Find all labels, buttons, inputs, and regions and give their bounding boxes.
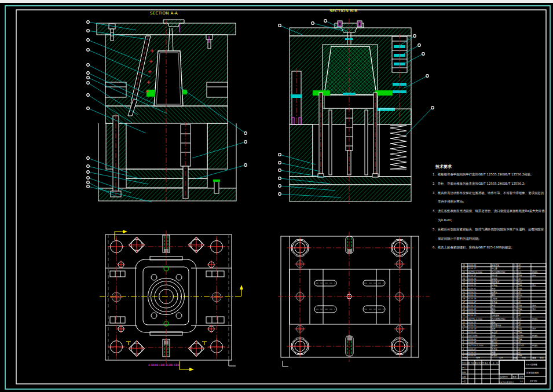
bom-cell: 复位杆	[492, 331, 498, 334]
leader-dot	[418, 44, 421, 47]
bom-cell: XXXX-27	[468, 268, 476, 270]
bom-cell: 型芯	[492, 294, 496, 296]
bom-header-cell: 名称	[499, 357, 504, 359]
bom-cell: 45	[518, 341, 521, 343]
bom-header-cell: 代号	[476, 357, 481, 359]
bom-cell: 15	[463, 308, 465, 310]
note-line: 为0.8um;	[438, 218, 452, 222]
leader-dot	[87, 177, 90, 179]
leader-dot	[279, 193, 281, 196]
bom-cell: 4	[514, 335, 515, 337]
bom-cell: 淬火	[532, 308, 536, 310]
bom-cell: 4	[514, 341, 515, 343]
bom-cell: 19	[463, 294, 465, 296]
drawing-number: ZS-00	[530, 379, 537, 382]
bom-cell: 1	[514, 264, 515, 266]
bom-cell: 标准件	[532, 335, 539, 337]
leader-dot	[312, 22, 314, 25]
bom-cell: XXXX-20	[468, 291, 476, 294]
note-line: 零件不得相对窜动;	[438, 200, 464, 204]
sign-header: 标记 处数 分区 更改文件号 签名 年、月、日	[462, 362, 498, 364]
scale-value: 1:1	[520, 380, 523, 383]
bom-cell: T8A	[518, 288, 522, 290]
bom-cell: 2	[514, 284, 515, 287]
bom-cell: 45	[518, 301, 521, 303]
leader-dot	[413, 35, 416, 38]
leader-dot	[324, 20, 327, 23]
bom-cell: 17	[463, 301, 465, 303]
bom-cell: 支承柱	[492, 348, 498, 350]
bom-cell: 1	[514, 314, 515, 317]
leader-dot	[87, 107, 90, 110]
bom-cell: 8.8	[518, 318, 521, 320]
bom-cell: 45	[518, 348, 521, 350]
top-white-band	[0, 0, 553, 3]
bom-cell: XXXX-11	[468, 321, 476, 324]
bom-cell: 导柱	[492, 308, 496, 310]
bom-cell: XXXX-10	[468, 324, 476, 327]
bom-cell: GB/T119.2-2000	[468, 345, 484, 347]
bom-cell: 内六角螺钉M10	[492, 317, 506, 320]
bom-cell: 标准件	[532, 345, 539, 347]
leader-dot	[87, 39, 90, 42]
bom-cell: 1	[514, 301, 515, 303]
bom-cell: XXXX-01	[468, 354, 476, 357]
note-line: 6、模具上的各紧固螺钉、应符合GB/T 825-1988的规定;	[433, 246, 512, 250]
dimension-text: 4-8040-L08-8L80-C80	[148, 364, 180, 367]
bom-cell: T8A	[518, 284, 522, 287]
leader-dot	[87, 64, 90, 67]
section-a-label: SECTION A-A	[150, 11, 178, 16]
note-line: 3、模具所有活动部件应保证位置准确、动作可靠、不得有卡滞现象、要求固定的	[433, 191, 544, 195]
bom-cell: 3	[463, 348, 464, 350]
bom-cell: 推杆	[492, 327, 496, 330]
bom-cell: 1	[514, 324, 515, 327]
bom-cell: XXXX-28	[468, 264, 476, 266]
bom-cell: 标准件	[532, 271, 539, 273]
school-label: ××大学 毕业设计	[499, 381, 514, 383]
bom-cell: XXXX-05	[468, 341, 476, 343]
bom-cell: XXXX-16	[468, 305, 476, 307]
bom-cell: 10	[463, 324, 465, 327]
leader-dot	[279, 162, 281, 164]
note-line: 5、合模后分型面应紧密贴合、除排气槽外局部间隙应不致产生溢料、如有间隙应	[433, 228, 544, 232]
leader-dot	[87, 185, 90, 188]
leader-dot	[279, 153, 281, 156]
drawing-name-mid: 注塑成型模具	[526, 371, 539, 374]
bom-cell: T8A	[518, 305, 522, 307]
weight-label: 重量	[513, 376, 517, 378]
bom-cell: 定模座板	[492, 264, 500, 266]
bom-cell: 斜导柱	[491, 284, 498, 287]
bom-cell: 28	[463, 264, 465, 266]
bom-cell: 推杆固定板	[492, 324, 501, 327]
bom-cell: 淬火	[532, 284, 536, 287]
bom-cell: XXXX-24	[468, 278, 476, 280]
bom-cell: 9	[463, 328, 464, 330]
bom-cell: 45	[518, 298, 521, 300]
sign-row: 工艺	[462, 380, 466, 383]
bom-cell: 导套	[492, 305, 496, 307]
stage-label: 阶段标记	[500, 376, 508, 378]
bom-cell: 滑块	[492, 288, 496, 290]
bom-cell: 定位圈	[492, 268, 497, 270]
bom-cell: XXXX-02	[468, 351, 476, 354]
bom-cell: 垫圈	[492, 351, 496, 354]
bom-cell: 24	[463, 278, 465, 280]
bom-cell: 45	[518, 291, 521, 294]
bom-cell: 2	[463, 351, 464, 354]
bom-cell: XXXX-13	[468, 314, 476, 317]
leader-dot	[87, 82, 90, 85]
bom-cell: 25	[463, 274, 465, 277]
view-section-b	[290, 19, 411, 204]
bom-cell: 2	[514, 288, 515, 290]
leader-dot	[244, 141, 247, 144]
leader-dot	[279, 177, 281, 180]
bom-cell: 4	[463, 345, 464, 347]
cad-canvas: SECTION A-A	[0, 0, 553, 392]
bom-header-cell: 重量	[532, 356, 537, 359]
highlight-block	[375, 90, 393, 96]
bom-cell: XXXX-19	[468, 294, 476, 296]
bom-cell: 45	[518, 314, 521, 317]
bom-cell: 45	[518, 278, 521, 280]
bom-cell: 推板	[492, 321, 496, 324]
bom-cell: 12	[463, 318, 465, 320]
